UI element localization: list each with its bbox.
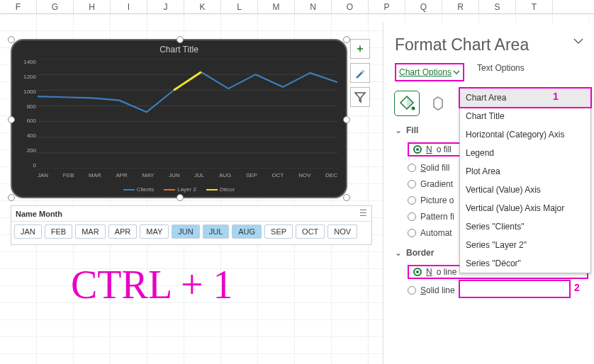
slicer-item-aug[interactable]: AUG [232,224,262,239]
slicer-items: JANFEBMARAPRMAYJUNJULAUGSEPOCTNOV [11,222,371,241]
tab-chart-options[interactable]: Chart Options [399,67,452,77]
chart-styles-button[interactable] [350,63,370,83]
pane-title: Format Chart Area [395,35,588,55]
column-header-N[interactable]: N [295,0,332,13]
column-header-S[interactable]: S [479,0,516,13]
embedded-chart[interactable]: Chart Title 1400120010008006004002000 JA… [11,39,347,198]
dropdown-option[interactable]: Horizontal (Category) Axis [460,125,590,144]
column-header-P[interactable]: P [369,0,405,13]
slicer-title: Name Month [16,210,62,218]
y-axis: 1400120010008006004002000 [13,59,36,169]
dropdown-option[interactable]: Vertical (Value) Axis Major [460,199,590,217]
chart-legend[interactable]: ClientsLayer 2Décor [12,186,346,193]
chart-add-element-button[interactable]: + [350,39,370,59]
slicer-name-month[interactable]: Name Month ☰ JANFEBMARAPRMAYJUNJULAUGSEP… [11,205,372,245]
shortcut-annotation: CTRL + 1 [71,262,233,307]
radio-no-line[interactable]: No line [426,267,456,277]
radio-no-fill[interactable]: No fill [426,144,452,154]
column-header-T[interactable]: T [516,0,553,13]
column-header-Q[interactable]: Q [405,0,442,13]
chart-options-dropdown[interactable]: Chart AreaChart TitleHorizontal (Categor… [459,88,591,273]
column-header-K[interactable]: K [184,0,221,13]
dropdown-option[interactable]: Plot Area [460,162,590,181]
column-header-J[interactable]: J [147,0,184,13]
slicer-item-apr[interactable]: APR [108,224,138,239]
x-axis: JANFEBMARAPRMAYJUNJULAUGSEPOCTNOVDEC [38,172,337,178]
radio-solid-line[interactable]: Solid line [408,285,588,295]
slicer-item-jun[interactable]: JUN [172,224,199,239]
dropdown-option[interactable]: Series "Clients" [460,217,590,236]
series-clients-line [38,72,337,112]
tab-text-options[interactable]: Text Options [477,63,525,81]
slicer-item-jul[interactable]: JUL [203,224,230,239]
column-header-I[interactable]: I [111,0,147,13]
annotation-2: 2 [574,282,580,293]
column-header-M[interactable]: M [258,0,295,13]
column-header-L[interactable]: L [221,0,258,13]
slicer-item-may[interactable]: MAY [140,224,169,239]
slicer-item-sep[interactable]: SEP [264,224,293,239]
slicer-item-jan[interactable]: JAN [14,224,42,239]
column-header-G[interactable]: G [37,0,74,13]
chevron-down-icon[interactable] [453,66,460,79]
dropdown-option[interactable]: Legend [460,144,590,162]
chart-filter-button[interactable] [350,87,370,107]
slicer-item-oct[interactable]: OCT [296,224,325,239]
dropdown-option[interactable]: Series "Décor" [460,254,590,273]
dropdown-option[interactable]: Chart Title [460,107,590,125]
pane-collapse-icon[interactable] [573,35,584,50]
slicer-item-mar[interactable]: MAR [75,224,105,239]
slicer-item-nov[interactable]: NOV [327,224,357,239]
fill-and-line-icon[interactable] [395,91,419,115]
dropdown-option[interactable]: Vertical (Value) Axis [460,181,590,199]
annotation-1: 1 [553,91,559,102]
svg-point-9 [412,107,415,110]
series-decor-line [174,72,201,90]
dropdown-option[interactable]: Chart Area [460,89,590,107]
plot-area[interactable] [38,59,337,169]
column-header-H[interactable]: H [74,0,111,13]
effects-icon[interactable] [426,91,450,115]
column-header-F[interactable]: F [0,0,37,13]
slicer-multiselect-icon[interactable]: ☰ [359,208,367,218]
column-header-O[interactable]: O [332,0,369,13]
column-header-R[interactable]: R [442,0,479,13]
column-headers: FGHIJKLMNOPQRST [0,0,594,14]
dropdown-option[interactable]: Series "Layer 2" [460,236,590,254]
slicer-item-feb[interactable]: FEB [45,224,72,239]
